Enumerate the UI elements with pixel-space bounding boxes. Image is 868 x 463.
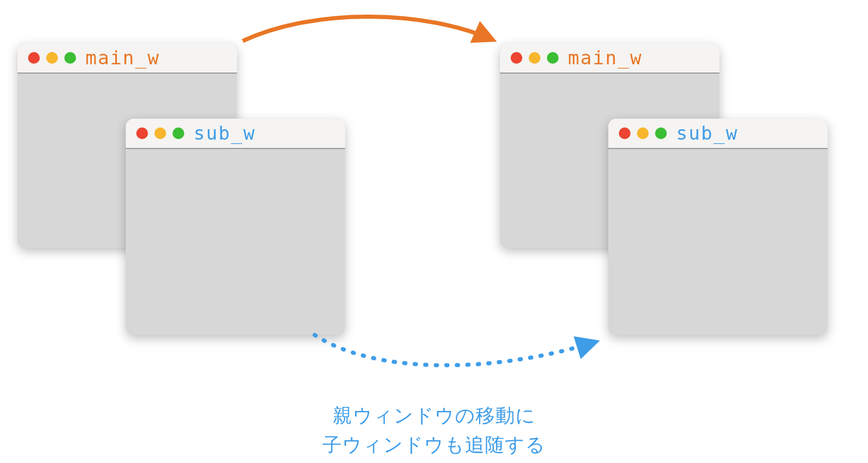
window-title: main_w [85,47,160,69]
zoom-icon[interactable] [64,52,76,64]
close-icon[interactable] [511,52,522,64]
caption-line-2: 子ウィンドウも追随する [0,430,868,459]
zoom-icon[interactable] [173,127,184,139]
titlebar: sub_w [126,119,345,149]
move-arrow-main [243,16,492,41]
titlebar: main_w [18,43,237,74]
window-title: sub_w [676,122,738,144]
window-title: main_w [568,47,643,69]
traffic-lights [511,52,559,64]
minimize-icon[interactable] [637,127,649,139]
sub-window-after: sub_w [608,119,828,335]
minimize-icon[interactable] [46,52,58,64]
titlebar: main_w [500,43,719,74]
traffic-lights [136,127,184,139]
window-body [126,149,345,335]
zoom-icon[interactable] [547,52,559,64]
close-icon[interactable] [619,127,631,139]
titlebar: sub_w [608,119,828,149]
close-icon[interactable] [136,127,148,139]
sub-window-before: sub_w [126,119,345,335]
window-title: sub_w [194,122,256,144]
traffic-lights [28,52,76,64]
close-icon[interactable] [28,52,40,64]
window-body [608,149,828,335]
traffic-lights [619,127,667,139]
caption-line-1: 親ウィンドウの移動に [0,400,868,430]
move-arrow-sub [315,335,595,365]
minimize-icon[interactable] [529,52,540,64]
zoom-icon[interactable] [655,127,667,139]
minimize-icon[interactable] [154,127,166,139]
